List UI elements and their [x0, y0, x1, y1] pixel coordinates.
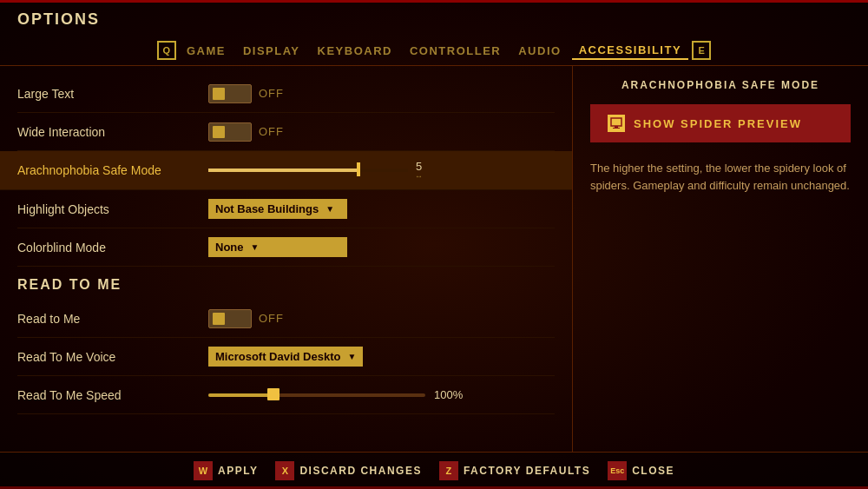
factory-key[interactable]: Z [439, 461, 458, 480]
large-text-row: Large Text OFF [17, 75, 555, 113]
read-to-me-voice-value: Microsoft David Deskto [215, 350, 340, 363]
bottom-bar: W APPLY X DISCARD CHANGES Z FACTORY DEFA… [0, 452, 868, 489]
tab-game[interactable]: GAME [180, 43, 233, 59]
read-to-me-row: Read to Me OFF [17, 300, 555, 338]
colorblind-mode-label: Colorblind Mode [17, 241, 208, 254]
header: OPTIONS Q GAME DISPLAY KEYBOARD CONTROLL… [0, 0, 868, 65]
read-to-me-speed-track [208, 393, 425, 397]
read-to-me-speed-slider[interactable]: 100% [208, 388, 555, 401]
highlight-objects-arrow: ▼ [326, 204, 334, 214]
apply-label: APPLY [218, 465, 258, 477]
wide-interaction-toggle[interactable]: OFF [208, 122, 284, 142]
arachnophobia-label: Arachnophobia Safe Mode [17, 163, 208, 177]
discard-label: DISCARD CHANGES [299, 465, 422, 477]
svg-rect-1 [615, 126, 618, 128]
read-to-me-label: Read to Me [17, 312, 208, 326]
colorblind-mode-value: None [215, 241, 244, 254]
highlight-objects-dropdown[interactable]: Not Base Buildings ▼ [208, 199, 347, 219]
wide-interaction-row: Wide Interaction OFF [17, 113, 555, 151]
read-to-me-voice-row: Read To Me Voice Microsoft David Deskto … [17, 338, 555, 376]
preview-button-label: SHOW SPIDER PREVIEW [634, 117, 802, 130]
arachnophobia-track [208, 169, 408, 172]
arachnophobia-thumb [357, 162, 360, 176]
wide-interaction-label: Wide Interaction [17, 125, 208, 139]
read-to-me-speed-control[interactable]: 100% [208, 388, 555, 401]
svg-rect-0 [611, 118, 621, 126]
read-to-me-speed-thumb [267, 388, 279, 400]
discard-key[interactable]: X [275, 461, 294, 480]
tab-audio[interactable]: AUDIO [511, 43, 568, 59]
tab-display[interactable]: DISPLAY [236, 43, 307, 59]
large-text-value: OFF [259, 87, 284, 100]
read-to-me-voice-label: Read To Me Voice [17, 350, 208, 364]
read-to-me-voice-control[interactable]: Microsoft David Deskto ▼ [208, 347, 555, 367]
wide-interaction-switch[interactable] [208, 122, 252, 142]
colorblind-mode-row: Colorblind Mode None ▼ [17, 228, 555, 267]
wide-interaction-control[interactable]: OFF [208, 122, 555, 142]
info-title: ARACHNOPHOBIA SAFE MODE [590, 79, 851, 91]
arachnophobia-fill [208, 169, 358, 172]
large-text-control[interactable]: OFF [208, 84, 555, 103]
left-panel: Large Text OFF Wide Interaction OFF [0, 66, 573, 452]
factory-label: FACTORY DEFAULTS [464, 465, 590, 477]
read-to-me-voice-dropdown[interactable]: Microsoft David Deskto ▼ [208, 347, 363, 367]
right-nav-key[interactable]: E [692, 41, 711, 60]
arachnophobia-row[interactable]: Arachnophobia Safe Mode 5 ↔ [0, 151, 572, 190]
large-text-toggle[interactable]: OFF [208, 84, 284, 103]
read-to-me-switch[interactable] [208, 309, 252, 328]
arachnophobia-slider[interactable]: 5 ↔ [208, 160, 555, 181]
preview-icon [608, 115, 625, 132]
main-content: Large Text OFF Wide Interaction OFF [0, 66, 868, 452]
close-key[interactable]: Esc [608, 461, 627, 480]
large-text-label: Large Text [17, 87, 208, 101]
arachnophobia-value: 5 [416, 160, 422, 173]
apply-action[interactable]: W APPLY [194, 461, 258, 480]
large-text-switch[interactable] [208, 84, 252, 103]
arachnophobia-value-container: 5 ↔ [415, 160, 423, 181]
read-to-me-speed-label: Read To Me Speed [17, 388, 208, 402]
close-label: CLOSE [632, 465, 674, 477]
read-to-me-speed-value: 100% [434, 388, 463, 401]
highlight-objects-label: Highlight Objects [17, 202, 208, 216]
colorblind-mode-control[interactable]: None ▼ [208, 237, 555, 257]
arachnophobia-arrows: ↔ [415, 173, 423, 181]
right-panel: ARACHNOPHOBIA SAFE MODE SHOW SPIDER PREV… [573, 66, 868, 452]
page-title: OPTIONS [17, 10, 851, 29]
read-to-me-heading: READ TO ME [17, 267, 555, 300]
factory-defaults-action[interactable]: Z FACTORY DEFAULTS [439, 461, 590, 480]
read-to-me-speed-fill [208, 393, 273, 397]
svg-rect-2 [613, 128, 620, 129]
close-action[interactable]: Esc CLOSE [608, 461, 674, 480]
colorblind-mode-dropdown[interactable]: None ▼ [208, 237, 347, 257]
tab-accessibility[interactable]: ACCESSIBILITY [572, 42, 688, 60]
read-to-me-voice-arrow: ▼ [347, 352, 356, 361]
monitor-icon [610, 117, 622, 129]
tab-controller[interactable]: CONTROLLER [403, 43, 508, 59]
read-to-me-value: OFF [259, 312, 284, 325]
colorblind-mode-arrow: ▼ [251, 242, 260, 252]
read-to-me-control[interactable]: OFF [208, 309, 555, 328]
left-nav-key[interactable]: Q [157, 41, 176, 60]
info-text: The higher the setting, the lower the sp… [590, 160, 851, 194]
apply-key[interactable]: W [194, 461, 213, 480]
wide-interaction-value: OFF [259, 125, 284, 138]
highlight-objects-value: Not Base Buildings [215, 202, 319, 215]
discard-action[interactable]: X DISCARD CHANGES [275, 461, 422, 480]
nav-tabs: Q GAME DISPLAY KEYBOARD CONTROLLER AUDIO… [17, 36, 851, 65]
read-to-me-speed-row: Read To Me Speed 100% [17, 376, 555, 414]
highlight-objects-row: Highlight Objects Not Base Buildings ▼ [17, 190, 555, 228]
arachnophobia-control[interactable]: 5 ↔ [208, 160, 555, 181]
tab-keyboard[interactable]: KEYBOARD [311, 43, 399, 59]
show-spider-preview-button[interactable]: SHOW SPIDER PREVIEW [590, 104, 851, 142]
read-to-me-toggle[interactable]: OFF [208, 309, 284, 328]
highlight-objects-control[interactable]: Not Base Buildings ▼ [208, 199, 555, 219]
